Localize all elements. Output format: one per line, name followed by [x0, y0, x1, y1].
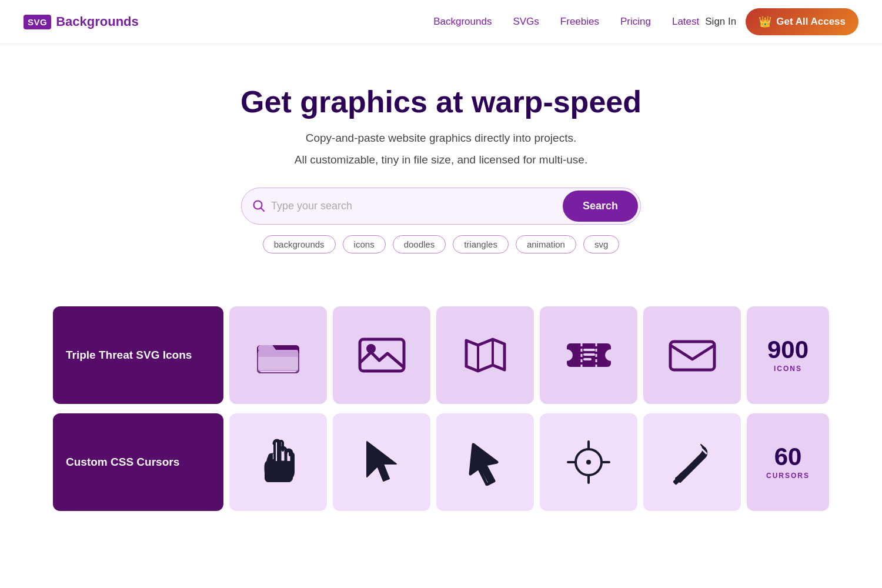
main-nav: Backgrounds SVGs Freebies Pricing Latest	[433, 16, 699, 28]
search-area: Search	[241, 188, 641, 225]
icons-label[interactable]: Triple Threat SVG Icons	[53, 306, 223, 404]
hero-subtitle-1: Copy-and-paste website graphics directly…	[12, 129, 870, 147]
nav-latest[interactable]: Latest	[672, 16, 699, 28]
icon-map[interactable]	[436, 306, 534, 404]
cursor-pointer[interactable]	[436, 413, 534, 511]
tag-icons[interactable]: icons	[343, 235, 386, 253]
cursors-row: Custom CSS Cursors	[53, 413, 829, 511]
icon-ticket[interactable]	[540, 306, 637, 404]
icon-image[interactable]	[333, 306, 430, 404]
hero-subtitle-2: All customizable, tiny in file size, and…	[12, 151, 870, 169]
nav-pricing[interactable]: Pricing	[620, 16, 651, 28]
icon-envelope[interactable]	[643, 306, 741, 404]
svg-rect-19	[583, 358, 592, 360]
cursor-crosshair[interactable]	[540, 413, 637, 511]
tag-backgrounds[interactable]: backgrounds	[263, 235, 336, 253]
logo-badge: SVG	[24, 15, 51, 29]
nav-backgrounds[interactable]: Backgrounds	[433, 16, 492, 28]
cursor-eyedropper[interactable]	[643, 413, 741, 511]
content-grid: Triple Threat SVG Icons	[29, 306, 853, 538]
tag-animation[interactable]: animation	[516, 235, 576, 253]
svg-rect-18	[583, 353, 595, 356]
svg-point-23	[586, 460, 591, 465]
hero-section: Get graphics at warp-speed Copy-and-past…	[0, 44, 882, 306]
tag-svg[interactable]: svg	[583, 235, 619, 253]
logo[interactable]: SVG Backgrounds	[24, 14, 139, 29]
nav-freebies[interactable]: Freebies	[560, 16, 599, 28]
icon-folder[interactable]	[229, 306, 327, 404]
cursors-label[interactable]: Custom CSS Cursors	[53, 413, 223, 511]
cursor-hand[interactable]	[229, 413, 327, 511]
icons-count: 900 ICONS	[747, 306, 829, 404]
search-icon	[252, 199, 265, 212]
logo-text: Backgrounds	[56, 14, 139, 29]
sign-in-button[interactable]: Sign In	[705, 16, 736, 28]
cursors-count: 60 CURSORS	[747, 413, 829, 511]
svg-rect-7	[258, 357, 298, 370]
svg-rect-20	[670, 342, 714, 370]
svg-rect-17	[583, 349, 595, 351]
cursor-arrow[interactable]	[333, 413, 430, 511]
nav-svgs[interactable]: SVGs	[513, 16, 539, 28]
crown-icon: 👑	[759, 15, 771, 28]
get-all-access-button[interactable]: 👑 Get All Access	[746, 8, 858, 35]
search-input[interactable]	[271, 191, 560, 222]
icons-row: Triple Threat SVG Icons	[53, 306, 829, 404]
tag-triangles[interactable]: triangles	[453, 235, 509, 253]
search-button[interactable]: Search	[563, 191, 638, 222]
tag-doodles[interactable]: doodles	[393, 235, 446, 253]
hero-title: Get graphics at warp-speed	[12, 85, 870, 119]
svg-line-1	[261, 208, 264, 211]
search-tags: backgrounds icons doodles triangles anim…	[12, 235, 870, 253]
search-wrapper: Search	[241, 188, 641, 225]
